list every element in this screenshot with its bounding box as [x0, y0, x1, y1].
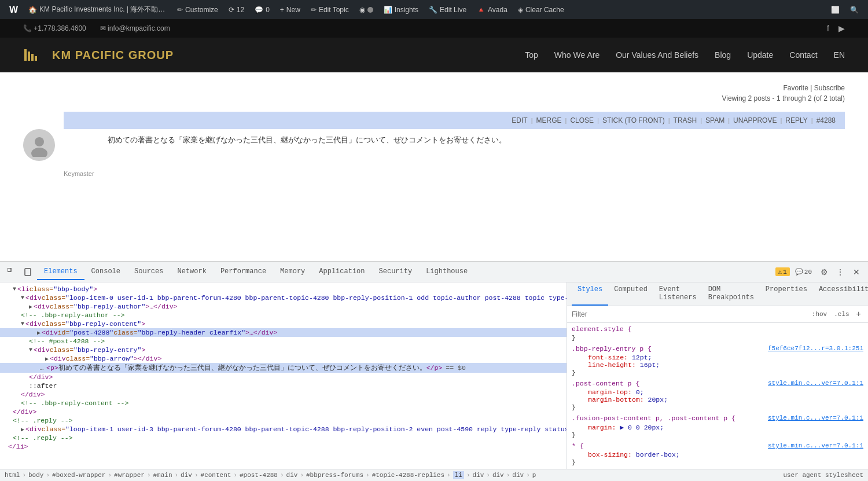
- svg-rect-3: [35, 56, 37, 61]
- site-header: KM PACIFIC GROUP Top Who We Are Our Valu…: [0, 38, 868, 72]
- svg-point-5: [31, 148, 47, 157]
- avatar-area: [23, 129, 58, 161]
- avatar-icon: [28, 134, 51, 157]
- post-text: 初めての著書となる「家業を継げなかった三代目、継がなかった三代目」について、ぜひ…: [108, 135, 845, 145]
- main-navigation: Top Who We Are Our Values And Beliefs Bl…: [525, 50, 845, 60]
- admin-bar: W 🏠 KM Pacific Investments Inc. | 海外不動産投…: [0, 0, 868, 19]
- nav-lang[interactable]: EN: [834, 50, 845, 60]
- svg-rect-2: [31, 54, 34, 61]
- nav-contact[interactable]: Contact: [789, 50, 817, 60]
- reply-header: EDIT | MERGE | CLOSE | STICK (TO FRONT) …: [64, 112, 845, 129]
- nav-top[interactable]: Top: [525, 50, 538, 60]
- adminbar-new[interactable]: + New: [275, 0, 305, 19]
- adminbar-site-name[interactable]: 🏠 KM Pacific Investments Inc. | 海外不動産投資・…: [24, 0, 171, 19]
- reply-action-reply[interactable]: REPLY: [785, 116, 807, 124]
- reply-action-edit[interactable]: EDIT: [512, 116, 527, 124]
- reply-action-hash[interactable]: #4288: [816, 116, 836, 124]
- reply-action-close[interactable]: CLOSE: [570, 116, 594, 124]
- reply-action-unapprove[interactable]: UNAPPROVE: [733, 116, 777, 124]
- nav-update[interactable]: Update: [747, 50, 773, 60]
- post-body: 初めての著書となる「家業を継げなかった三代目、継がなかった三代目」について、ぜひ…: [108, 129, 845, 151]
- post-row: 初めての著書となる「家業を継げなかった三代目、継がなかった三代目」について、ぜひ…: [23, 129, 845, 161]
- reply-action-stick[interactable]: STICK (TO FRONT): [602, 116, 665, 124]
- keymaster-label: Keymaster: [64, 170, 845, 177]
- viewing-info: Viewing 2 posts - 1 through 2 (of 2 tota…: [23, 94, 845, 102]
- reply-action-merge[interactable]: MERGE: [536, 116, 562, 124]
- avatar: [23, 129, 55, 161]
- nav-our-values[interactable]: Our Values And Beliefs: [616, 50, 698, 60]
- logo-icon: [23, 43, 46, 67]
- favorite-subscribe: Favorite | Subscribe: [784, 84, 845, 92]
- facebook-link[interactable]: f: [827, 24, 829, 33]
- phone-number: 📞 +1.778.386.4600: [23, 24, 86, 32]
- svg-point-4: [35, 137, 44, 146]
- post-actions: Favorite | Subscribe: [23, 84, 845, 92]
- adminbar-voyager[interactable]: ◉: [355, 0, 378, 19]
- adminbar-customize[interactable]: ✏ Customize: [172, 0, 223, 19]
- reply-action-spam[interactable]: SPAM: [705, 116, 724, 124]
- svg-rect-0: [24, 49, 27, 61]
- adminbar-insights[interactable]: 📊 Insights: [379, 0, 423, 19]
- adminbar-comments[interactable]: ⟳ 12: [224, 0, 249, 19]
- logo-text: KM PACIFIC GROUP: [52, 49, 174, 62]
- adminbar-edit-topic[interactable]: ✏ Edit Topic: [306, 0, 354, 19]
- nav-blog[interactable]: Blog: [715, 50, 731, 60]
- adminbar-clear-cache[interactable]: ◈ Clear Cache: [513, 0, 569, 19]
- nav-who-we-are[interactable]: Who We Are: [554, 50, 599, 60]
- youtube-link[interactable]: ▶: [838, 24, 845, 33]
- adminbar-bubble[interactable]: 💬 0: [250, 0, 274, 19]
- adminbar-wp-logo[interactable]: W: [5, 0, 23, 19]
- adminbar-search[interactable]: 🔍: [845, 0, 863, 19]
- email-address: ✉ info@kmpacific.com: [100, 24, 170, 32]
- reply-action-trash[interactable]: TRASH: [674, 116, 697, 124]
- adminbar-edit-live[interactable]: 🔧 Edit Live: [424, 0, 471, 19]
- site-logo[interactable]: KM PACIFIC GROUP: [23, 43, 174, 67]
- page-content: div#post-4288.bbp-reply-header.cl earfix…: [0, 72, 868, 189]
- adminbar-avada[interactable]: 🔺 Avada: [472, 0, 512, 19]
- adminbar-screen-toggle[interactable]: ⬜: [826, 0, 844, 19]
- site-top-bar: 📞 +1.778.386.4600 ✉ info@kmpacific.com f…: [0, 19, 868, 38]
- svg-rect-1: [28, 52, 30, 61]
